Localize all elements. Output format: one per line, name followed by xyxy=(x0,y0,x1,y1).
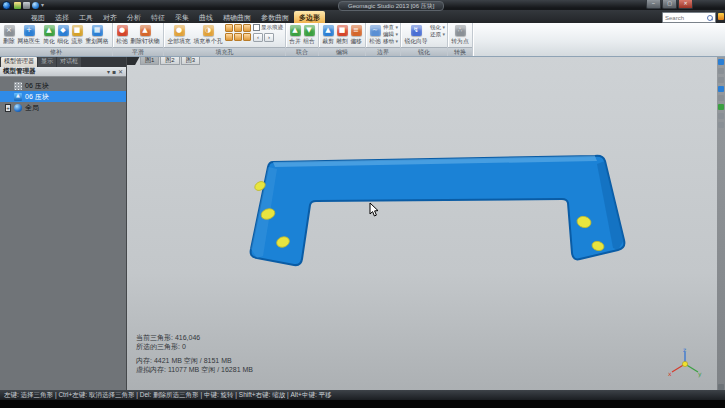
button-删除[interactable]: ×删除 xyxy=(2,24,16,47)
button-填充单个孔[interactable]: ◑填充单个孔 xyxy=(192,24,224,47)
button-删除钉状物[interactable]: ▲删除钉状物 xyxy=(129,24,161,47)
stack-button-编辑[interactable]: 编辑 ▾ xyxy=(383,31,398,38)
object-mode-icon[interactable] xyxy=(32,2,39,9)
mouse-hints: 左键: 选择三角形 | Ctrl+左键: 取消选择三角形 | Del: 删除所选… xyxy=(4,391,332,398)
ribbon-tab-采集[interactable]: 采集 xyxy=(170,11,194,23)
bottom-black-bar xyxy=(0,400,725,408)
side-tool-icon[interactable] xyxy=(718,86,724,92)
ribbon-group-修补: ×删除+网格医生▲简化◆细化■流形▦重划网格修补 xyxy=(0,23,113,56)
tree-item-06 压块[interactable]: 06 压块 xyxy=(0,91,126,102)
merge-icon: ▲ xyxy=(290,25,301,36)
tree-item-label: 全局 xyxy=(25,103,39,113)
ribbon-tab-特征[interactable]: 特征 xyxy=(146,11,170,23)
side-tool-icon[interactable] xyxy=(718,77,724,83)
stat-memory: 内存: 4421 MB 空闲 / 8151 MB xyxy=(136,356,253,365)
button-简化[interactable]: ▲简化 xyxy=(42,24,56,47)
ribbon-tab-精确曲面[interactable]: 精确曲面 xyxy=(218,11,256,23)
show-traces-checkbox[interactable]: 显示痕迹 xyxy=(253,24,283,31)
stack-button-还原[interactable]: 还原 ▾ xyxy=(430,31,445,38)
search-icon[interactable] xyxy=(707,15,713,21)
trim-icon: ▲ xyxy=(323,25,334,36)
fill-hole-mode-icon[interactable] xyxy=(225,33,233,41)
viewport-tab-图1[interactable]: 图1 xyxy=(140,56,159,65)
side-tool-icon[interactable] xyxy=(718,113,724,119)
search-input[interactable] xyxy=(663,14,707,21)
button-重划网格[interactable]: ▦重划网格 xyxy=(84,24,110,47)
side-tool-icon[interactable] xyxy=(718,95,724,101)
ribbon-tab-视图[interactable]: 视图 xyxy=(26,11,50,23)
remesh-icon: ▦ xyxy=(92,25,103,36)
viewport-tab-图2[interactable]: 图2 xyxy=(160,56,179,65)
side-tool-icon[interactable] xyxy=(718,68,724,74)
button-label: 松弛 xyxy=(369,37,381,46)
minimize-button[interactable]: – xyxy=(646,0,661,9)
ribbon-tab-分析[interactable]: 分析 xyxy=(122,11,146,23)
button-全部填充[interactable]: ●全部填充 xyxy=(166,24,192,47)
ribbon-tab-对齐[interactable]: 对齐 xyxy=(98,11,122,23)
button-网格医生[interactable]: +网格医生 xyxy=(16,24,42,47)
panel-menu-icon[interactable]: ▾ xyxy=(107,68,110,75)
hole-nav-next-button[interactable]: › xyxy=(264,33,274,42)
ribbon: ×删除+网格医生▲简化◆细化■流形▦重划网格修补●松弛▲删除钉状物平滑●全部填充… xyxy=(0,23,725,57)
viewport-tab-图3[interactable]: 图3 xyxy=(181,56,200,65)
stack-button-伸直[interactable]: 伸直 ▾ xyxy=(383,24,398,31)
panel-tab-模型管理器[interactable]: 模型管理器 xyxy=(1,57,37,67)
help-badge-icon[interactable] xyxy=(718,13,724,20)
stack-button-移动[interactable]: 移动 ▾ xyxy=(383,38,398,45)
panel-pin-icon[interactable]: ▪ xyxy=(112,68,116,75)
button-锐化向导[interactable]: ↯锐化向导 xyxy=(403,24,429,47)
tree-item-label: 06 压块 xyxy=(25,81,49,91)
tree-item-label: 06 压块 xyxy=(25,92,49,102)
quick-access-dropdown-icon[interactable]: ▾ xyxy=(41,2,44,9)
button-雕刻[interactable]: ■雕刻 xyxy=(335,24,349,47)
button-label: 组合 xyxy=(303,37,315,46)
button-组合[interactable]: ▼组合 xyxy=(302,24,316,47)
button-细化[interactable]: ◆细化 xyxy=(56,24,70,47)
ribbon-tab-选择[interactable]: 选择 xyxy=(50,11,74,23)
panel-tab-对话框[interactable]: 对话框 xyxy=(57,57,81,67)
open-folder-icon[interactable] xyxy=(14,2,21,9)
save-icon[interactable] xyxy=(23,2,30,9)
tree-item-全局[interactable]: +全局 xyxy=(0,102,126,113)
fill-hole-mode-icon[interactable] xyxy=(243,33,251,41)
side-tool-icon[interactable] xyxy=(718,122,724,128)
tree-expander-icon[interactable]: + xyxy=(5,104,11,112)
ribbon-tab-row: 视图选择工具对齐分析特征采集曲线精确曲面参数曲面多边形 xyxy=(0,10,725,23)
button-label: 松弛 xyxy=(116,37,128,46)
button-label: 锐化向导 xyxy=(405,37,428,46)
side-tool-icon[interactable] xyxy=(718,59,724,65)
button-label: 删除 xyxy=(3,37,15,46)
search-box[interactable] xyxy=(662,12,716,23)
ribbon-stack-边界: 伸直 ▾编辑 ▾移动 ▾ xyxy=(383,24,398,45)
stat-selected-triangles: 所选的三角形: 0 xyxy=(136,342,253,351)
ribbon-tab-曲线[interactable]: 曲线 xyxy=(194,11,218,23)
ribbon-tab-参数曲面[interactable]: 参数曲面 xyxy=(256,11,294,23)
panel-close-icon[interactable]: ✕ xyxy=(118,68,123,75)
status-bar: 左键: 选择三角形 | Ctrl+左键: 取消选择三角形 | Del: 删除所选… xyxy=(0,390,725,400)
fill-hole-mode-icon[interactable] xyxy=(234,33,242,41)
button-转为点[interactable]: ∴转为点 xyxy=(450,24,470,47)
stack-button-锐化[interactable]: 锐化 ▾ xyxy=(430,24,445,31)
close-button[interactable]: ✕ xyxy=(678,0,693,9)
button-合并[interactable]: ▲合并 xyxy=(288,24,302,47)
fill-hole-mode-icon[interactable] xyxy=(234,24,242,32)
viewport-3d[interactable]: 图1图2图3 当前三角形: 4 xyxy=(127,56,717,390)
button-偏移[interactable]: ≡偏移 xyxy=(349,24,363,47)
button-松弛[interactable]: ●松弛 xyxy=(115,24,129,47)
app-logo-orb-icon[interactable] xyxy=(2,1,11,10)
panel-tab-显示[interactable]: 显示 xyxy=(38,57,56,67)
right-tool-strip xyxy=(717,56,725,390)
button-label: 雕刻 xyxy=(336,37,348,46)
button-裁剪[interactable]: ▲裁剪 xyxy=(321,24,335,47)
fill-hole-mode-icon[interactable] xyxy=(243,24,251,32)
button-松弛[interactable]: ~松弛 xyxy=(368,24,382,47)
side-tool-icon[interactable] xyxy=(718,104,724,110)
ribbon-tab-多边形[interactable]: 多边形 xyxy=(294,11,325,23)
maximize-button[interactable]: ▢ xyxy=(662,0,677,9)
fill-hole-mode-icon[interactable] xyxy=(225,24,233,32)
hole-nav-prev-button[interactable]: ‹ xyxy=(253,33,263,42)
tree-item-06 压块[interactable]: 06 压块 xyxy=(0,80,126,91)
button-流形[interactable]: ■流形 xyxy=(70,24,84,47)
svg-text:x: x xyxy=(668,370,672,377)
ribbon-tab-工具[interactable]: 工具 xyxy=(74,11,98,23)
